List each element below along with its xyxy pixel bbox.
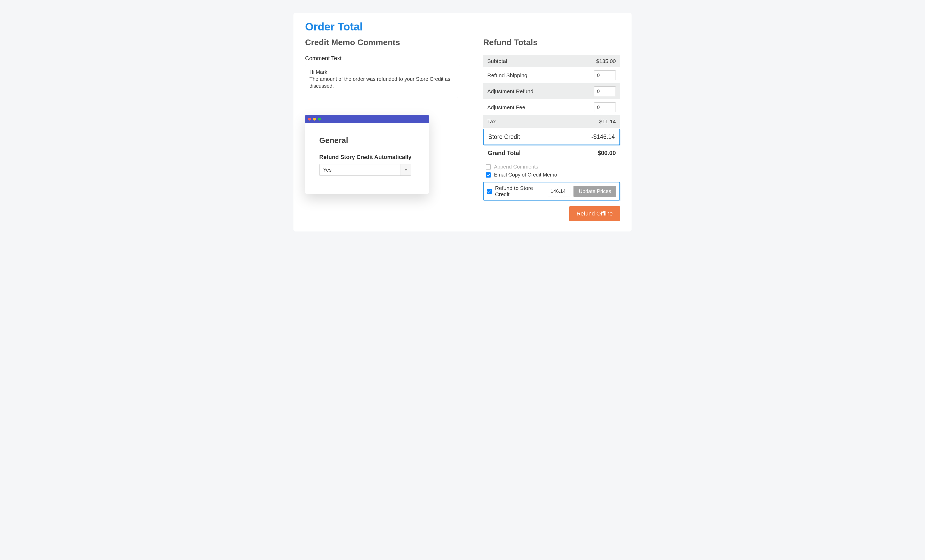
append-comments-row[interactable]: Append Comments — [483, 163, 620, 171]
refund-to-sc-label: Refund to Store Credit — [495, 185, 545, 197]
comment-text-label: Comment Text — [305, 55, 460, 62]
tax-label: Tax — [487, 119, 496, 125]
adjustment-refund-row: Adjustment Refund — [483, 83, 620, 99]
refund-auto-select[interactable]: Yes — [319, 164, 411, 176]
columns: Credit Memo Comments Comment Text Genera… — [305, 38, 620, 221]
refund-shipping-input[interactable] — [594, 71, 616, 80]
refund-totals-heading: Refund Totals — [483, 38, 620, 47]
adjustment-refund-input[interactable] — [594, 86, 616, 96]
adjustment-refund-label: Adjustment Refund — [487, 88, 533, 95]
adjustment-fee-input[interactable] — [594, 102, 616, 112]
store-credit-value: -$146.14 — [591, 133, 615, 140]
comment-textarea[interactable] — [305, 65, 460, 98]
tax-row: Tax $11.14 — [483, 115, 620, 128]
store-credit-label: Store Credit — [488, 133, 520, 140]
refund-offline-button[interactable]: Refund Offline — [569, 206, 620, 221]
adjustment-fee-row: Adjustment Fee — [483, 99, 620, 115]
subtotal-row: Subtotal $135.00 — [483, 55, 620, 67]
grand-total-value: $00.00 — [598, 150, 616, 157]
refund-to-sc-input[interactable] — [548, 186, 570, 196]
subtotal-label: Subtotal — [487, 58, 507, 64]
general-settings-window: General Refund Story Credit Automaticall… — [305, 115, 429, 194]
email-copy-checkbox[interactable] — [486, 172, 491, 178]
refund-to-store-credit-row: Refund to Store Credit Update Prices — [483, 182, 620, 200]
credit-memo-heading: Credit Memo Comments — [305, 38, 460, 47]
options-block: Append Comments Email Copy of Credit Mem… — [483, 163, 620, 179]
window-close-dot — [308, 118, 311, 120]
window-titlebar — [305, 115, 429, 123]
append-comments-label: Append Comments — [494, 164, 538, 170]
refund-auto-value: Yes — [319, 164, 401, 176]
subtotal-value: $135.00 — [596, 58, 616, 64]
general-heading: General — [319, 136, 415, 145]
order-total-card: Order Total Credit Memo Comments Comment… — [294, 13, 631, 232]
tax-value: $11.14 — [599, 119, 616, 125]
page-title: Order Total — [305, 21, 620, 33]
credit-memo-column: Credit Memo Comments Comment Text Genera… — [305, 38, 460, 221]
email-copy-label: Email Copy of Credit Memo — [494, 172, 557, 178]
adjustment-fee-label: Adjustment Fee — [487, 104, 525, 110]
refund-to-sc-checkbox[interactable] — [487, 189, 492, 194]
chevron-down-icon — [401, 164, 411, 176]
grand-total-label: Grand Total — [488, 150, 521, 157]
refund-shipping-label: Refund Shipping — [487, 72, 527, 78]
email-copy-row[interactable]: Email Copy of Credit Memo — [483, 171, 620, 179]
window-body: General Refund Story Credit Automaticall… — [305, 123, 429, 194]
store-credit-row: Store Credit -$146.14 — [483, 129, 620, 145]
refund-totals-column: Refund Totals Subtotal $135.00 Refund Sh… — [483, 38, 620, 221]
update-prices-button[interactable]: Update Prices — [574, 186, 616, 197]
window-maximize-dot — [318, 118, 321, 120]
window-minimize-dot — [313, 118, 316, 120]
grand-total-row: Grand Total $00.00 — [483, 146, 620, 161]
append-comments-checkbox[interactable] — [486, 164, 491, 170]
refund-shipping-row: Refund Shipping — [483, 67, 620, 83]
refund-auto-label: Refund Story Credit Automatically — [319, 154, 415, 161]
